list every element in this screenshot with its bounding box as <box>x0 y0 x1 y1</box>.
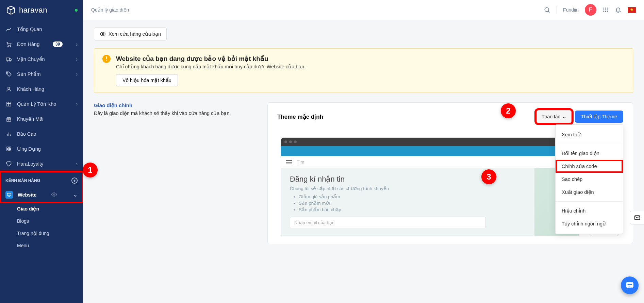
nav-label: Báo Cáo <box>17 131 36 137</box>
dd-xuat[interactable]: Xuất giao diện <box>556 186 623 199</box>
list-item: Sản phẩm bán chạy <box>299 207 570 212</box>
svg-rect-9 <box>7 147 9 149</box>
theme-action-button[interactable]: Thao tác⌄ <box>536 110 571 123</box>
section-left: Giao diện chính Đây là giao diện mà khác… <box>94 102 257 116</box>
nav-label: HaraLoyalty <box>17 161 43 167</box>
svg-point-3 <box>7 60 8 61</box>
notifications-button[interactable] <box>615 6 622 13</box>
dd-xemthu[interactable]: Xem thử <box>556 128 623 141</box>
content: Xem cửa hàng của bạn ! Website của bạn đ… <box>83 20 644 303</box>
sidebar-item-tongquan[interactable]: Tổng Quan <box>0 22 83 37</box>
btn-label: Thao tác <box>542 114 560 119</box>
search-button[interactable] <box>544 6 550 13</box>
dd-chinhsuacode[interactable]: Chỉnh sửa code <box>556 160 623 173</box>
flag-vietnam-icon[interactable] <box>628 7 636 13</box>
svg-point-19 <box>603 10 604 11</box>
setup-theme-button[interactable]: Thiết lập Theme <box>575 111 623 123</box>
view-store-button[interactable]: Xem cửa hàng của bạn <box>94 27 167 41</box>
nav-label: Vận Chuyển <box>17 56 45 62</box>
mail-fab[interactable] <box>630 211 644 224</box>
svg-point-23 <box>605 11 606 12</box>
preview-desktop: Tìm Đăng kí nhận tin Chúng tôi sẽ cập nh… <box>281 137 579 236</box>
sidebar-item-donhang[interactable]: Đơn Hàng39› <box>0 37 83 52</box>
dd-ngonngu[interactable]: Tùy chỉnh ngôn ngữ <box>556 217 623 230</box>
dd-doiten[interactable]: Đổi tên giao diện <box>556 147 623 160</box>
sidebar-item-ungdung[interactable]: Ứng Dụng <box>0 141 83 156</box>
chat-icon <box>625 281 634 290</box>
divider <box>556 144 623 144</box>
topbar-right: Fundiin F <box>544 4 636 16</box>
sidebar-item-khachhang[interactable]: Khách Hàng <box>0 82 83 97</box>
svg-point-18 <box>607 7 608 9</box>
main: Quản lý giao diện Fundiin F Xem cửa hàng… <box>83 0 644 303</box>
preview-nav: Tìm <box>281 156 579 168</box>
svg-point-21 <box>607 10 608 11</box>
svg-rect-10 <box>10 147 11 149</box>
apps-button[interactable] <box>602 7 609 13</box>
sidebar-sub-menu[interactable]: Menu <box>0 239 83 252</box>
sidebar-item-tonkho[interactable]: Quản Lý Tồn Kho› <box>0 97 83 112</box>
svg-point-17 <box>605 7 606 9</box>
browser-bar <box>281 138 579 146</box>
dd-saochep[interactable]: Sao chép <box>556 173 623 186</box>
chevron-down-icon: ⌄ <box>73 192 78 198</box>
svg-point-15 <box>545 7 549 12</box>
sidebar-sub-trang[interactable]: Trang nội dung <box>0 227 83 239</box>
divider <box>556 201 623 202</box>
svg-point-20 <box>605 10 606 11</box>
annotation-badge-2: 2 <box>501 103 516 118</box>
svg-rect-30 <box>628 286 631 286</box>
sidebar: haravan Tổng Quan Đơn Hàng39› Vận Chuyển… <box>0 0 83 303</box>
inventory-icon <box>5 101 12 107</box>
chevron-right-icon: › <box>76 56 78 62</box>
annotation-badge-1: 1 <box>83 163 98 178</box>
nav-label: Khuyến Mãi <box>17 116 44 122</box>
tag-icon <box>5 71 12 78</box>
nav-label: Quản Lý Tồn Kho <box>17 101 56 107</box>
nav-label: Sản Phẩm <box>17 71 41 77</box>
alert-desc: Chỉ những khách hàng được cung cấp mật k… <box>116 64 306 69</box>
sidebar-item-website[interactable]: Website⌄ <box>0 187 83 203</box>
theme-name: Theme mặc định <box>277 113 323 120</box>
sidebar-item-haraloyalty[interactable]: HaraLoyalty› <box>0 156 83 171</box>
svg-point-6 <box>8 87 10 89</box>
user-name[interactable]: Fundiin <box>563 7 579 13</box>
sidebar-item-sanpham[interactable]: Sản Phẩm› <box>0 67 83 82</box>
mail-icon <box>634 214 641 221</box>
chat-fab[interactable] <box>621 276 639 294</box>
alert-title: Website của bạn đang được bảo vệ bởi mật… <box>116 55 306 63</box>
svg-point-4 <box>10 60 11 61</box>
nav-label: Khách Hàng <box>17 86 44 92</box>
disable-password-button[interactable]: Vô hiệu hóa mật khẩu <box>116 74 178 86</box>
main-nav: Tổng Quan Đơn Hàng39› Vận Chuyển› Sản Ph… <box>0 20 83 252</box>
sidebar-item-vanchuyen[interactable]: Vận Chuyển› <box>0 52 83 67</box>
plus-icon[interactable]: + <box>71 178 78 184</box>
grid-icon <box>5 146 12 152</box>
nav-label: Website <box>18 192 36 198</box>
monitor-icon <box>5 191 13 199</box>
alert-body: Website của bạn đang được bảo vệ bởi mật… <box>116 55 306 86</box>
sidebar-sub-blogs[interactable]: Blogs <box>0 215 83 227</box>
chevron-down-icon: ⌄ <box>562 114 566 119</box>
hamburger-icon <box>286 160 292 164</box>
eye-icon[interactable] <box>51 191 57 199</box>
svg-point-22 <box>603 11 604 12</box>
logo-row[interactable]: haravan <box>0 0 83 20</box>
svg-point-25 <box>102 33 104 35</box>
section-desc: Đây là giao diện mà khách sẽ thấy khi và… <box>94 111 257 116</box>
sidebar-item-baocao[interactable]: Báo Cáo <box>0 127 83 141</box>
eye-icon <box>100 31 106 37</box>
svg-rect-11 <box>7 150 9 151</box>
brand-name: haravan <box>19 6 47 15</box>
sidebar-sub-giaodien[interactable]: Giao diện <box>0 203 83 215</box>
chevron-right-icon: › <box>76 101 78 107</box>
preview-list: Giảm giá sản phẩm Sản phẩm mới Sản phẩm … <box>290 194 570 212</box>
divider <box>557 6 557 14</box>
topbar: Quản lý giao diện Fundiin F <box>83 0 644 20</box>
dd-hieuchinh[interactable]: Hiệu chỉnh <box>556 204 623 217</box>
chevron-right-icon: › <box>76 41 78 47</box>
sidebar-item-khuyenmai[interactable]: Khuyến Mãi <box>0 112 83 127</box>
bar-chart-icon <box>5 131 12 137</box>
avatar[interactable]: F <box>585 4 596 16</box>
svg-rect-13 <box>7 193 11 196</box>
